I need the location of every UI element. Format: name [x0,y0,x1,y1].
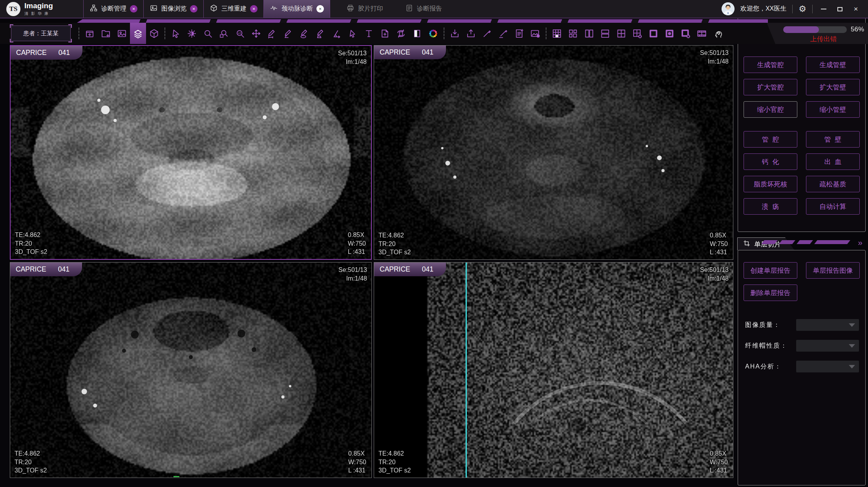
mri-image[interactable] [374,263,733,478]
layers-icon[interactable] [130,23,146,44]
tab-close-icon[interactable]: × [316,5,324,13]
main-tabs: 诊断管理 × 图像浏览 × 三维重建 × 颈动脉诊断 × 胶片打印 [83,0,448,18]
browse-images-icon[interactable] [114,23,130,44]
tab-carotid-diagnosis[interactable]: 颈动脉诊断 × [263,0,330,18]
filmstrip-icon[interactable] [694,23,710,44]
panel-button[interactable]: 管 壁 [806,131,860,148]
series-banner: CAPRICE 041 [374,46,446,59]
viewport-3[interactable]: CAPRICE 041 Se:501/13 Im:1/48 TE:4.862 T… [10,262,372,478]
panel-button[interactable]: 出 血 [806,153,860,170]
zoom-2x-icon[interactable]: x2 [232,23,248,44]
viewport-2[interactable]: CAPRICE 041 Se:501/13 Im:1/48 TE:4.862 T… [374,45,733,260]
tab-label: 颈动脉诊断 [281,5,313,13]
dropdown[interactable] [796,340,859,352]
tab-icon [346,4,355,14]
tab-close-icon[interactable]: × [130,5,137,13]
palette-icon[interactable] [425,23,441,44]
layout-9-icon[interactable] [549,23,565,44]
rotate-icon[interactable] [393,23,409,44]
text-annotation-icon[interactable] [361,23,377,44]
tab-film-print[interactable]: 胶片打印 [340,0,389,18]
cube-3d-icon[interactable] [146,23,162,44]
dropdown[interactable] [796,319,859,331]
layout-split-horizontal-icon[interactable] [597,23,613,44]
panel-button[interactable]: 管 腔 [744,131,797,148]
panel-button[interactable]: 自动计算 [806,198,860,215]
tab-3d-reconstruction[interactable]: 三维重建 × [203,0,263,18]
measure-polygon-icon[interactable] [312,23,329,44]
panel-button[interactable]: 生成管腔 [744,57,797,73]
single-view-close-icon[interactable] [678,23,694,44]
panel-button[interactable]: 钙 化 [744,153,797,170]
panel-button[interactable]: 缩小管壁 [806,101,860,118]
measure-ellipse-icon[interactable] [296,23,312,44]
tab-close-icon[interactable]: × [250,5,258,13]
measure-line-icon[interactable] [264,23,280,44]
toolbar-icons: x2 [76,23,726,44]
decorative-stripe [77,19,768,23]
collapse-chevrons-icon[interactable]: » [858,238,863,247]
mri-image[interactable] [374,46,733,259]
toolbar: 患者：王某某 x2 56% 上传出错 [0,23,868,44]
viewport-4[interactable]: CAPRICE 041 Se:501/13 Im:1/48 TE:4.862 T… [374,262,733,478]
form-field: AHA分析： [745,361,859,372]
panel-button[interactable]: 创建单层报告 [744,262,797,279]
layout-tiles-icon[interactable] [565,23,581,44]
panel-button[interactable]: 扩大管腔 [744,79,797,95]
single-view-circle-icon[interactable] [662,23,678,44]
mri-image[interactable] [11,46,371,259]
tab-image-browse[interactable]: 图像浏览 × [143,0,203,18]
panel-button[interactable]: 单层报告图像 [806,262,860,279]
close-button[interactable]: × [851,5,861,13]
add-page-icon[interactable] [377,23,393,44]
tab-close-icon[interactable]: × [190,5,197,13]
dropdown[interactable] [796,361,859,372]
measure-angle-icon[interactable] [280,23,296,44]
pan-icon[interactable] [248,23,264,44]
layout-2x2-icon[interactable] [613,23,629,44]
panel-button[interactable]: 溃 疡 [744,198,797,215]
panel-button[interactable]: 扩大管壁 [806,79,860,95]
tab-diagnosis-report[interactable]: 诊断报告 [399,0,448,18]
tab-diagnosis-management[interactable]: 诊断管理 × [83,0,143,18]
report-add-icon[interactable] [511,23,527,44]
patient-name-field[interactable]: 患者：王某某 [11,26,71,41]
minimize-button[interactable] [819,5,829,13]
import-study-icon[interactable] [82,23,98,44]
zoom-icon[interactable] [200,23,216,44]
tab-icon [210,4,218,14]
settings-gear-icon[interactable]: ⚙ [799,4,806,14]
viewport-1[interactable]: CAPRICE 041 Se:501/13 Im:1/48 TE:4.862 T… [10,45,372,260]
series-image-info: Se:501/13 Im:1/48 [338,266,367,283]
arrow-annotation-icon[interactable] [345,23,361,44]
layout-split-vertical-icon[interactable] [581,23,597,44]
panel-button[interactable]: 生成管壁 [806,57,860,73]
panel-button[interactable]: 疏松基质 [806,176,860,192]
download-icon[interactable] [447,23,463,44]
series-number: 041 [58,49,70,57]
mri-image[interactable] [10,263,371,478]
panel-deco-stripes [763,240,849,244]
layout-close-icon[interactable] [629,23,645,44]
open-folder-icon[interactable] [98,23,114,44]
invert-icon[interactable] [409,23,425,44]
toolbar-separator [543,23,549,44]
right-panel: 血管分析 » 绑 定解除绑定 生成管腔生成管壁扩大管腔扩大管壁缩小官腔缩小管壁 … [737,1,867,486]
series-image-info: Se:501/13 Im:1/48 [700,266,729,283]
probe-icon[interactable] [479,23,495,44]
single-view-icon[interactable] [645,23,662,44]
protractor-icon[interactable] [329,23,345,44]
slice-panel-body: 创建单层报告单层报告图像删除单层报告 图像质量： 纤维帽性质： [738,250,866,485]
upload-icon[interactable] [463,23,479,44]
ai-assistant-icon[interactable] [710,23,726,44]
panel-button[interactable]: 脂质坏死核 [744,176,797,192]
user-avatar [722,2,735,15]
key-image-icon[interactable] [527,23,543,44]
probe-line-icon[interactable] [495,23,511,44]
panel-button[interactable]: 删除单层报告 [744,285,797,301]
cursor-icon[interactable] [168,23,184,44]
panel-button[interactable]: 缩小官腔 [744,101,797,118]
window-level-icon[interactable] [184,23,200,44]
maximize-button[interactable] [835,5,845,13]
zoom-region-icon[interactable] [216,23,232,44]
